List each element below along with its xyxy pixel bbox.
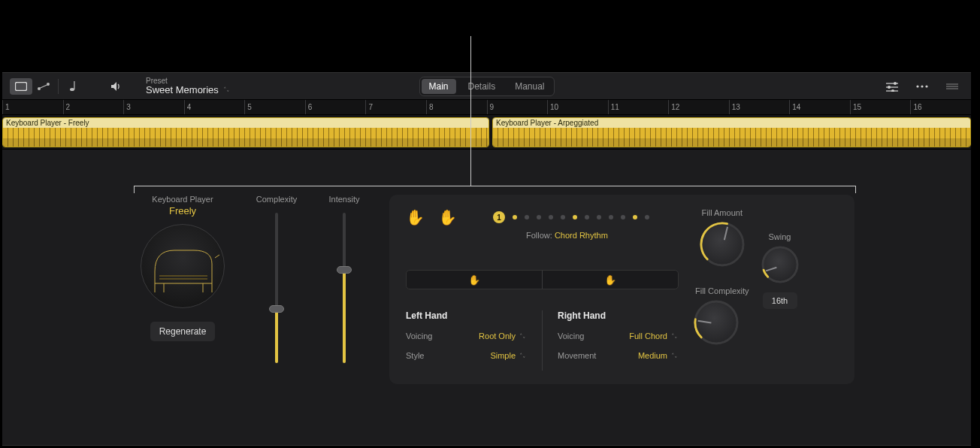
pattern-step-dot[interactable] — [633, 215, 637, 219]
fill-complexity-label: Fill Complexity — [695, 286, 749, 295]
intensity-slider-thumb[interactable] — [337, 266, 352, 274]
swing-knob[interactable] — [763, 247, 797, 282]
fill-amount-knob[interactable] — [701, 223, 743, 265]
ruler-bar-marker: 4 — [184, 100, 192, 114]
svg-point-13 — [921, 85, 923, 87]
follow-row: Follow: Chord Rhythm — [526, 231, 679, 240]
left-hand-icon[interactable]: ✋ — [406, 208, 425, 226]
settings-sliders-icon[interactable] — [881, 78, 903, 95]
right-hand-icon[interactable]: ✋ — [438, 208, 457, 226]
pattern-step-dot[interactable] — [537, 215, 541, 219]
right-hand-title: Right Hand — [558, 310, 679, 321]
region-midi-preview — [3, 128, 488, 147]
fill-amount-label: Fill Amount — [701, 208, 743, 217]
pattern-step-dots[interactable]: 1 — [493, 211, 649, 223]
ruler-bar-marker: 13 — [729, 100, 740, 114]
intensity-slider-fill — [343, 270, 346, 363]
preset-selector[interactable]: Preset Sweet Memories ⌃⌄ — [146, 77, 231, 95]
complexity-slider-thumb[interactable] — [269, 305, 284, 313]
ruler-bar-marker: 15 — [850, 100, 861, 114]
pattern-step-dot[interactable] — [585, 215, 589, 219]
complexity-slider-column: Complexity — [254, 195, 299, 384]
player-name: Freely — [134, 205, 231, 216]
svg-point-10 — [888, 86, 891, 89]
timeline-ruler[interactable]: 12345678910111213141516 — [2, 100, 971, 115]
left-hand-column: Left Hand Voicing Root Only⌃⌄ Style Simp… — [406, 310, 542, 371]
ruler-bar-marker: 1 — [2, 100, 10, 114]
editor-toolbar: Preset Sweet Memories ⌃⌄ Main Details Ma… — [2, 73, 971, 100]
pattern-step-dot[interactable] — [513, 215, 517, 219]
right-hand-column: Right Hand Voicing Full Chord⌃⌄ Movement… — [542, 310, 679, 371]
hand-zone-right[interactable]: ✋ — [543, 271, 678, 289]
pattern-step-dot[interactable] — [621, 215, 625, 219]
svg-point-12 — [916, 85, 918, 87]
toolbar-divider — [58, 79, 59, 94]
more-menu-icon[interactable] — [911, 78, 933, 95]
list-lines-icon[interactable] — [941, 78, 963, 95]
right-movement-value[interactable]: Medium⌃⌄ — [638, 351, 679, 360]
left-style-value[interactable]: Simple⌃⌄ — [490, 351, 527, 360]
intensity-slider-column: Intensity — [322, 195, 367, 384]
pattern-header-row: ✋ ✋ 1 — [406, 208, 679, 226]
follow-label: Follow: — [526, 231, 552, 240]
swing-label: Swing — [763, 232, 797, 241]
view-region-icon[interactable] — [10, 78, 32, 95]
pattern-step-dot[interactable] — [525, 215, 529, 219]
region-name: Keyboard Player - Freely — [3, 118, 488, 128]
pattern-step-dot[interactable] — [573, 215, 577, 219]
ruler-bar-marker: 7 — [365, 100, 373, 114]
complexity-label: Complexity — [254, 195, 299, 204]
pattern-step-dot[interactable] — [561, 215, 565, 219]
complexity-slider[interactable] — [275, 213, 278, 363]
tab-manual[interactable]: Manual — [507, 79, 552, 94]
svg-rect-5 — [74, 81, 74, 89]
intensity-label: Intensity — [322, 195, 367, 204]
ruler-bar-marker: 10 — [547, 100, 558, 114]
tab-details[interactable]: Details — [460, 79, 503, 94]
ruler-bar-marker: 16 — [910, 100, 921, 114]
region-midi-preview — [493, 128, 970, 147]
right-voicing-value[interactable]: Full Chord⌃⌄ — [629, 331, 679, 341]
midi-region[interactable]: Keyboard Player - Arpeggiated — [492, 117, 971, 147]
view-tabs: Main Details Manual — [419, 77, 554, 96]
fill-complexity-knob[interactable] — [695, 301, 737, 344]
left-voicing-value[interactable]: Root Only⌃⌄ — [479, 331, 527, 341]
player-instrument-icon[interactable] — [141, 224, 225, 308]
left-style-label: Style — [406, 351, 424, 360]
view-notation-icon[interactable] — [62, 78, 84, 95]
hand-zone-right-icon: ✋ — [604, 274, 616, 286]
hand-split-track[interactable]: ✋ ✋ — [406, 270, 679, 289]
pattern-step-dot[interactable] — [645, 215, 649, 219]
parameter-area: Keyboard Player Freely Regenerate Comple… — [2, 150, 971, 384]
swing-division-button[interactable]: 16th — [763, 292, 797, 309]
pattern-slot-badge[interactable]: 1 — [493, 211, 505, 223]
midi-region[interactable]: Keyboard Player - Freely — [2, 117, 489, 147]
left-hand-title: Left Hand — [406, 310, 527, 321]
left-voicing-label: Voicing — [406, 331, 432, 341]
callout-tick-right — [855, 186, 856, 193]
view-automation-icon[interactable] — [32, 78, 55, 95]
hand-zone-left-icon: ✋ — [468, 274, 480, 286]
pattern-step-dot[interactable] — [549, 215, 553, 219]
region-lane[interactable]: Keyboard Player - FreelyKeyboard Player … — [2, 115, 971, 150]
hand-zone-left[interactable]: ✋ — [407, 271, 542, 289]
regenerate-button[interactable]: Regenerate — [150, 322, 216, 341]
svg-line-3 — [41, 85, 47, 88]
tab-main[interactable]: Main — [421, 79, 455, 94]
right-movement-label: Movement — [558, 351, 596, 360]
pattern-step-dot[interactable] — [597, 215, 601, 219]
follow-value[interactable]: Chord Rhythm — [555, 231, 608, 240]
pattern-step-dot[interactable] — [609, 215, 613, 219]
ruler-bar-marker: 6 — [305, 100, 313, 114]
editor-panel: Preset Sweet Memories ⌃⌄ Main Details Ma… — [2, 72, 971, 446]
region-name: Keyboard Player - Arpeggiated — [493, 118, 970, 128]
preset-stepper-icon: ⌃⌄ — [223, 86, 228, 94]
ruler-bar-marker: 8 — [426, 100, 434, 114]
ruler-bar-marker: 9 — [487, 100, 495, 114]
ruler-bar-marker: 5 — [244, 100, 252, 114]
intensity-slider[interactable] — [343, 213, 346, 363]
preset-name: Sweet Memories — [146, 85, 219, 95]
audition-speaker-icon[interactable] — [105, 78, 128, 95]
hand-parameters: Left Hand Voicing Root Only⌃⌄ Style Simp… — [406, 310, 679, 371]
svg-point-9 — [894, 82, 897, 85]
